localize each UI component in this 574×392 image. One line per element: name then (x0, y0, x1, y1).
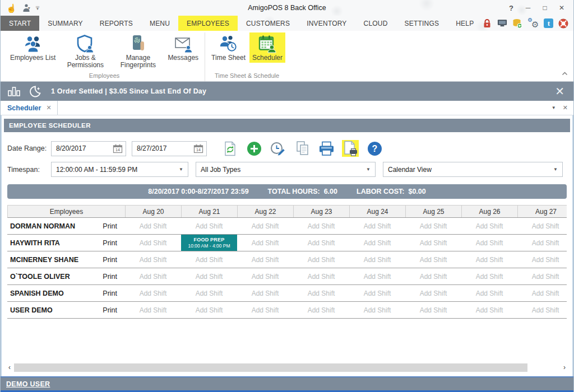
add-shift-cell[interactable]: Add Shift (349, 285, 405, 301)
add-shift-cell[interactable]: Add Shift (125, 251, 181, 268)
print-link[interactable]: Print (103, 239, 117, 247)
scrollbar-thumb[interactable] (14, 363, 527, 372)
tab-settings[interactable]: SETTINGS (396, 16, 448, 31)
add-shift-cell[interactable]: Add Shift (405, 235, 461, 251)
close-button[interactable]: ✕ (553, 4, 570, 12)
add-shift-cell[interactable]: Add Shift (181, 251, 237, 268)
scroll-left-icon[interactable]: ‹ (5, 363, 14, 371)
tab-start[interactable]: START (1, 16, 39, 31)
print-link[interactable]: Print (103, 256, 117, 264)
close-notification-icon[interactable]: ✕ (553, 86, 567, 97)
scrollbar-track[interactable] (14, 363, 560, 372)
add-shift-cell[interactable]: Add Shift (237, 218, 293, 234)
add-shift-cell[interactable]: Add Shift (461, 302, 517, 318)
add-shift-cell[interactable]: Add Shift (405, 302, 461, 318)
shift-cell[interactable]: FOOD PREP10:00 AM - 4:00 PM (181, 235, 237, 251)
messages-button[interactable]: Messages (165, 32, 201, 63)
tab-reports[interactable]: REPORTS (91, 16, 141, 31)
tab-inventory[interactable]: INVENTORY (298, 16, 355, 31)
shift-block[interactable]: FOOD PREP10:00 AM - 4:00 PM (181, 235, 237, 251)
add-shift-cell[interactable]: Add Shift (237, 251, 293, 268)
add-shift-button[interactable] (246, 140, 262, 157)
scheduler-button[interactable]: Scheduler (249, 32, 285, 63)
tab-list-dropdown-icon[interactable]: ▼ (552, 105, 556, 110)
add-shift-cell[interactable]: Add Shift (125, 218, 181, 234)
edit-time-button[interactable] (270, 140, 286, 157)
calendar-icon[interactable]: 14 (193, 144, 203, 153)
tab-summary[interactable]: SUMMARY (39, 16, 91, 31)
tab-cloud[interactable]: CLOUD (355, 16, 396, 31)
add-shift-cell[interactable]: Add Shift (517, 285, 567, 301)
close-all-tabs-icon[interactable]: ✕ (563, 104, 568, 111)
settings-gears-icon[interactable]: ⚙⚙ (527, 18, 539, 29)
view-select[interactable]: Calendar View ▼ (383, 162, 563, 177)
add-shift-cell[interactable]: Add Shift (517, 268, 567, 284)
print-link[interactable]: Print (103, 273, 117, 281)
add-shift-cell[interactable]: Add Shift (293, 251, 349, 268)
add-shift-cell[interactable]: Add Shift (293, 285, 349, 301)
add-shift-cell[interactable]: Add Shift (181, 285, 237, 301)
lock-icon[interactable] (482, 18, 492, 29)
quick-launch-button[interactable]: ▾ (22, 3, 30, 12)
employees-list-button[interactable]: Employees List (7, 32, 58, 63)
add-shift-cell[interactable]: Add Shift (405, 268, 461, 284)
minimize-button[interactable]: ─ (520, 4, 536, 12)
tab-menu[interactable]: MENU (141, 16, 178, 31)
add-shift-cell[interactable]: Add Shift (349, 251, 405, 268)
timespan-select[interactable]: 12:00:00 AM - 11:59:59 PM ▼ (51, 162, 188, 177)
add-shift-cell[interactable]: Add Shift (461, 285, 517, 301)
add-shift-cell[interactable]: Add Shift (181, 218, 237, 234)
copy-schedule-button[interactable] (294, 140, 311, 157)
add-shift-cell[interactable]: Add Shift (293, 302, 349, 318)
jobs-permissions-button[interactable]: Jobs & Permissions (59, 32, 111, 71)
sales-chart-icon[interactable] (7, 86, 21, 97)
add-shift-cell[interactable]: Add Shift (237, 285, 293, 301)
customize-toolbar-button[interactable]: ═ ▾ (36, 6, 39, 10)
collapse-ribbon-button[interactable] (562, 68, 568, 78)
add-shift-cell[interactable]: Add Shift (125, 268, 181, 284)
add-shift-cell[interactable]: Add Shift (125, 285, 181, 301)
add-shift-cell[interactable]: Add Shift (349, 268, 405, 284)
calendar-icon[interactable]: 14 (113, 144, 123, 153)
hand-logo-icon[interactable]: ☝ (6, 4, 17, 12)
add-shift-cell[interactable]: Add Shift (293, 218, 349, 234)
help-window-button[interactable]: ? (503, 4, 520, 12)
time-sheet-button[interactable]: Time Sheet (209, 32, 248, 63)
manage-fingerprints-button[interactable]: Manage Fingerprints (112, 32, 164, 71)
add-shift-cell[interactable]: Add Shift (405, 251, 461, 268)
add-shift-cell[interactable]: Add Shift (349, 302, 405, 318)
print-button[interactable] (318, 140, 335, 157)
tab-customers[interactable]: CUSTOMERS (238, 16, 298, 31)
add-shift-cell[interactable]: Add Shift (237, 268, 293, 284)
add-shift-cell[interactable]: Add Shift (517, 302, 567, 318)
logged-in-user-link[interactable]: DEMO USER (6, 380, 50, 388)
tab-employees[interactable]: EMPLOYEES (178, 16, 238, 31)
date-from-input[interactable]: 8/20/2017 14 (51, 141, 126, 156)
print-link[interactable]: Print (103, 306, 117, 314)
end-of-day-moon-icon[interactable] (29, 85, 42, 97)
print-link[interactable]: Print (103, 290, 117, 297)
refresh-button[interactable] (221, 140, 238, 157)
scroll-right-icon[interactable]: › (560, 363, 569, 371)
job-types-select[interactable]: All Job Types ▼ (196, 162, 376, 177)
close-tab-icon[interactable]: ✕ (46, 104, 51, 111)
support-lifesaver-icon[interactable] (558, 18, 568, 29)
add-shift-cell[interactable]: Add Shift (125, 235, 181, 251)
add-shift-cell[interactable]: Add Shift (517, 218, 567, 234)
add-shift-cell[interactable]: Add Shift (293, 268, 349, 284)
add-shift-cell[interactable]: Add Shift (125, 302, 181, 318)
print-page-button[interactable] (342, 140, 359, 157)
twitter-icon[interactable]: t (544, 18, 553, 28)
add-shift-cell[interactable]: Add Shift (461, 218, 517, 234)
database-sync-icon[interactable] (512, 18, 522, 29)
add-shift-cell[interactable]: Add Shift (349, 218, 405, 234)
horizontal-scrollbar[interactable]: ‹ › (5, 363, 569, 372)
add-shift-cell[interactable]: Add Shift (461, 251, 517, 268)
terminal-icon[interactable] (497, 18, 507, 29)
add-shift-cell[interactable]: Add Shift (461, 235, 517, 251)
add-shift-cell[interactable]: Add Shift (349, 235, 405, 251)
add-shift-cell[interactable]: Add Shift (517, 251, 567, 268)
help-button[interactable]: ? (366, 140, 383, 157)
maximize-button[interactable]: □ (536, 4, 553, 12)
add-shift-cell[interactable]: Add Shift (293, 235, 349, 251)
